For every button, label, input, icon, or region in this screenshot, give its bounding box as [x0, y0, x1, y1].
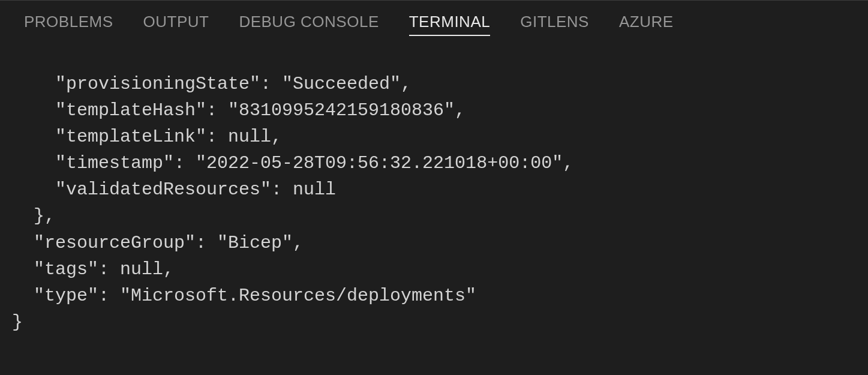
tab-output[interactable]: OUTPUT [143, 13, 209, 36]
tab-gitlens[interactable]: GITLENS [520, 13, 589, 36]
tab-problems[interactable]: PROBLEMS [24, 13, 113, 36]
terminal-output[interactable]: "provisioningState": "Succeeded", "templ… [0, 47, 868, 347]
tab-terminal[interactable]: TERMINAL [409, 13, 490, 36]
tab-azure[interactable]: AZURE [619, 13, 674, 36]
tab-debug-console[interactable]: DEBUG CONSOLE [239, 13, 379, 36]
panel-tab-bar: PROBLEMS OUTPUT DEBUG CONSOLE TERMINAL G… [0, 1, 868, 47]
